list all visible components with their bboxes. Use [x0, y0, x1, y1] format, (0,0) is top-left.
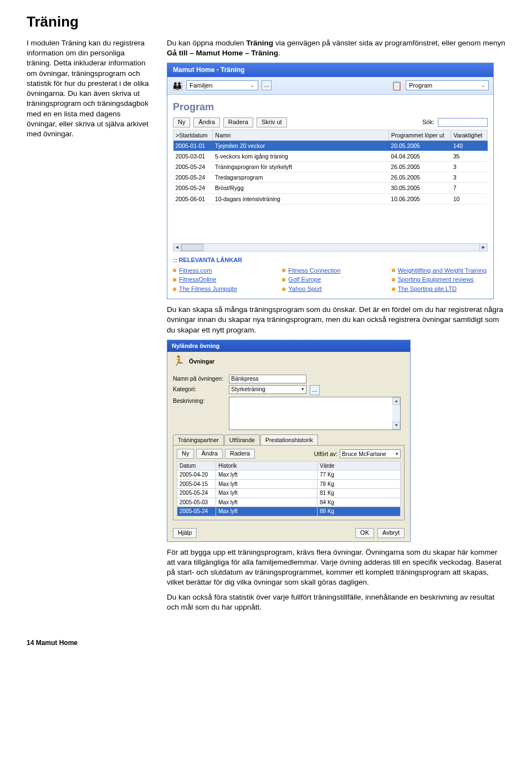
link-item[interactable]: Weightlifting and Weight Training: [392, 267, 488, 275]
program-icon: [391, 80, 402, 92]
mid-paragraph: Du kan skapa så många träningsprogram so…: [167, 305, 505, 335]
sok-label: Sök:: [422, 118, 434, 126]
family-dropdown[interactable]: Familjen⌄: [186, 80, 258, 90]
page-footer: 14 Mamut Home: [27, 639, 505, 647]
left-text: I modulen Träning kan du registrera info…: [27, 39, 149, 138]
input-namn[interactable]: Bänkpress: [229, 375, 306, 383]
tab-traningspartner[interactable]: Träningspartner: [173, 434, 224, 445]
utfort-label: Utfört av:: [314, 450, 337, 458]
section-heading: Program: [173, 100, 488, 114]
ny-button[interactable]: Ny: [173, 117, 190, 127]
page-title: Träning: [27, 13, 505, 30]
skriv-ut-button[interactable]: Skriv ut: [257, 117, 287, 127]
label-kategori: Kategori:: [173, 385, 226, 393]
table-row[interactable]: 2005-05-24Max lyft81 Kg: [177, 489, 401, 498]
horizontal-scrollbar[interactable]: ◄ ►: [173, 243, 488, 252]
table-row[interactable]: 2005-05-24Tredagarsprogram26.05.20053: [173, 172, 488, 183]
radera-button[interactable]: Radera: [223, 117, 253, 127]
link-item[interactable]: Golf Europe: [282, 275, 378, 284]
ok-button[interactable]: OK: [355, 528, 374, 538]
table-row[interactable]: 2005-05-24Max lyft88 Kg: [177, 507, 401, 516]
right-intro: Du kan öppna modulen Träning via genväge…: [167, 38, 505, 58]
col-loper[interactable]: Programmet löper ut: [388, 130, 451, 140]
dlg-radera-button[interactable]: Radera: [225, 449, 255, 459]
link-item[interactable]: Fitness.com: [173, 267, 269, 275]
dialog-heading: Övningar: [189, 357, 214, 365]
col-varakt[interactable]: Varaktighet: [451, 130, 488, 140]
link-item[interactable]: The Fitness Jumpsite: [173, 285, 269, 293]
label-beskr: Beskrivning:: [173, 397, 226, 405]
col-start[interactable]: >Startdatum: [173, 130, 213, 140]
search-input[interactable]: [438, 118, 488, 127]
left-column-text: I modulen Träning kan du registrera info…: [27, 38, 151, 139]
link-item[interactable]: FitnessOnline: [173, 275, 269, 284]
utfort-dropdown[interactable]: Bruce McFarlane▾: [340, 449, 401, 458]
textarea-beskrivning[interactable]: ▴ ▾: [229, 397, 401, 430]
links-header: :: RELEVANTA LÄNKAR: [173, 256, 488, 264]
link-item[interactable]: Fitness Connection: [282, 267, 378, 275]
end-paragraph-1: För att bygga upp ett träningsprogram, k…: [167, 547, 505, 588]
link-item[interactable]: The Sporting site LTD: [392, 285, 488, 293]
input-kategori[interactable]: Styrketräning▾: [229, 385, 306, 394]
col-varde[interactable]: Värde: [318, 461, 401, 470]
dlg-ny-button[interactable]: Ny: [177, 449, 194, 459]
table-row[interactable]: 2005-05-24Bröst/Rygg30.05.20057: [173, 183, 488, 193]
program-window: Mamut Home - Träning Familjen⌄ ... Progr…: [167, 63, 494, 299]
andra-button[interactable]: Ändra: [193, 117, 219, 127]
history-table: Datum Historik Värde 2005-04-20Max lyft7…: [177, 461, 401, 516]
table-row[interactable]: 2005-05-03Max lyft84 Kg: [177, 498, 401, 507]
kategori-browse-button[interactable]: ...: [310, 385, 320, 395]
link-item[interactable]: Sporting Equipment reviews: [392, 275, 488, 284]
label-namn: Namn på övningen:: [173, 375, 226, 382]
table-row[interactable]: 2005-01-01Tjejmilen 20 veckor20.05.20051…: [173, 140, 488, 151]
col-datum[interactable]: Datum: [177, 461, 216, 470]
tab-panel: Ny Ändra Radera Utfört av: Bruce McFarla…: [173, 445, 405, 520]
tab-utforande[interactable]: Utförande: [224, 434, 260, 445]
family-icon: [172, 80, 183, 92]
link-item[interactable]: Yahoo Sport: [282, 285, 378, 293]
table-row[interactable]: 2005-04-20Max lyft77 Kg: [177, 470, 401, 480]
hjalp-button[interactable]: Hjälp: [173, 528, 197, 538]
window-toolbar: Familjen⌄ ... Program⌄: [167, 77, 493, 95]
col-historik[interactable]: Historik: [216, 461, 318, 470]
window-titlebar: Mamut Home - Träning: [167, 63, 493, 76]
tab-prestationshistorik[interactable]: Prestationshistorik: [260, 434, 318, 445]
scroll-right-icon[interactable]: ►: [479, 243, 488, 252]
browse-button[interactable]: ...: [262, 80, 272, 90]
scroll-up-icon[interactable]: ▴: [392, 397, 400, 405]
avbryt-button[interactable]: Avbryt: [377, 528, 405, 538]
program-table: >Startdatum Namn Programmet löper ut Var…: [173, 130, 488, 204]
dialog-titlebar: Ny/ändra övning: [167, 340, 410, 352]
table-row[interactable]: 2005-06-0110-dagars intensivträning10.06…: [173, 193, 488, 204]
table-row[interactable]: 2005-04-15Max lyft78 Kg: [177, 479, 401, 489]
scroll-left-icon[interactable]: ◄: [173, 243, 181, 252]
table-row[interactable]: 2005-03-015-veckors kom igång träning04.…: [173, 151, 488, 161]
exercise-icon: [173, 355, 185, 368]
program-dropdown[interactable]: Program⌄: [406, 80, 489, 90]
table-row[interactable]: 2005-05-24Träningsprogram för styrkelyft…: [173, 162, 488, 172]
dlg-andra-button[interactable]: Ändra: [196, 449, 222, 459]
exercise-dialog: Ny/ändra övning Övningar Namn på övninge…: [167, 340, 411, 542]
col-namn[interactable]: Namn: [213, 130, 389, 140]
end-paragraph-2: Du kan också föra statistik över varje f…: [167, 592, 505, 612]
scroll-down-icon[interactable]: ▾: [392, 422, 400, 429]
